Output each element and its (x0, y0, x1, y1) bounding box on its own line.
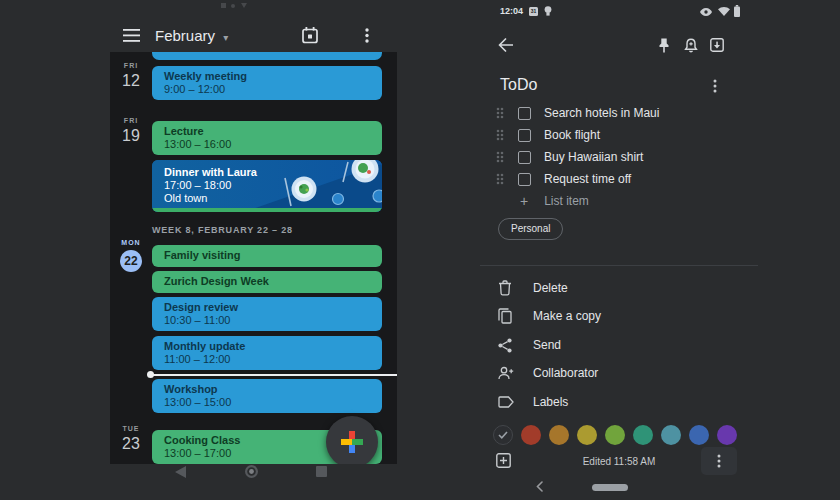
event-title: Dinner with Laura (164, 166, 257, 179)
gesture-back-chevron-icon[interactable] (536, 481, 543, 492)
status-clock: 12:04 (500, 6, 523, 16)
menu-item-make-a-copy[interactable]: Make a copy (496, 302, 601, 330)
event-design-review[interactable]: Design review 10:30 – 11:00 (152, 297, 382, 331)
nav-recents-icon[interactable] (316, 466, 327, 477)
menu-label: Delete (533, 281, 568, 295)
reminder-bell-icon[interactable] (684, 38, 698, 53)
list-item[interactable]: Book flight (496, 124, 600, 146)
archive-icon[interactable] (710, 38, 724, 52)
create-event-fab[interactable] (326, 416, 378, 464)
back-arrow-icon[interactable] (498, 38, 513, 52)
event-title: Monthly update (164, 340, 370, 353)
nav-back-icon[interactable] (175, 466, 186, 478)
more-vert-icon[interactable] (365, 28, 369, 43)
event-family-visiting[interactable]: Family visiting (152, 245, 382, 267)
event-weekly-meeting[interactable]: Weekly meeting 9:00 – 12:00 (152, 66, 382, 100)
nav-home-icon[interactable] (245, 465, 258, 478)
chevron-down-icon: ▾ (223, 32, 228, 43)
note-more-vert-icon[interactable] (713, 79, 717, 93)
drag-handle-icon[interactable] (496, 129, 504, 141)
color-palette (493, 425, 740, 445)
event-partial[interactable] (152, 52, 382, 60)
color-swatch-cyan[interactable] (661, 425, 681, 445)
footer-more-button[interactable] (701, 447, 737, 475)
event-title: Lecture (164, 125, 370, 138)
color-swatch-purple[interactable] (717, 425, 737, 445)
label-tag-icon (498, 396, 514, 408)
today-date-circle: 22 (120, 250, 142, 272)
list-item-text[interactable]: Search hotels in Maui (544, 106, 659, 120)
color-swatch-blue[interactable] (689, 425, 709, 445)
status-notification-icon (221, 3, 226, 8)
event-title: Zurich Design Week (164, 275, 370, 288)
list-item[interactable]: Search hotels in Maui (496, 102, 659, 124)
event-title: Workshop (164, 383, 370, 396)
color-swatch-yellow[interactable] (577, 425, 597, 445)
event-lecture[interactable]: Lecture 13:00 – 16:00 (152, 121, 382, 155)
drag-handle-icon[interactable] (496, 151, 504, 163)
checkbox[interactable] (518, 129, 531, 142)
menu-item-send[interactable]: Send (496, 331, 561, 359)
add-list-item[interactable]: + List item (520, 190, 589, 212)
checkbox[interactable] (518, 151, 531, 164)
color-swatch-orange[interactable] (549, 425, 569, 445)
event-workshop[interactable]: Workshop 13:00 – 15:00 (152, 379, 382, 413)
checkbox[interactable] (518, 173, 531, 186)
list-item[interactable]: Request time off (496, 168, 631, 190)
share-icon (498, 338, 512, 353)
add-list-item-label: List item (544, 194, 589, 208)
now-indicator-line (150, 374, 397, 376)
menu-item-collaborator[interactable]: Collaborator (496, 359, 598, 387)
list-item-text[interactable]: Book flight (544, 128, 600, 142)
status-signal-icon (241, 3, 247, 8)
list-item[interactable]: Buy Hawaiian shirt (496, 146, 643, 168)
wifi-icon (718, 7, 730, 16)
label-chip-personal[interactable]: Personal (498, 218, 563, 240)
menu-item-delete[interactable]: Delete (496, 274, 568, 302)
screenshot-root: February ▾ FRI 12 Weekly meeting 9:00 – … (0, 0, 840, 500)
checkbox[interactable] (518, 107, 531, 120)
month-selector[interactable]: February ▾ (155, 27, 228, 44)
person-add-icon (498, 366, 514, 380)
menu-label: Send (533, 338, 561, 352)
color-swatch-default-selected[interactable] (493, 425, 513, 445)
color-swatch-green[interactable] (605, 425, 625, 445)
more-vert-icon (717, 454, 721, 468)
day-label-fri-19: FRI 19 (110, 117, 152, 145)
calendar-today-icon[interactable] (302, 27, 318, 44)
menu-label: Make a copy (533, 309, 601, 323)
event-time: 11:00 – 12:00 (164, 353, 370, 366)
month-label: February (155, 27, 215, 44)
drag-handle-icon[interactable] (496, 107, 504, 119)
day-label-mon-22: MON 22 (110, 239, 152, 272)
trash-icon (498, 280, 512, 296)
event-title: Design review (164, 301, 370, 314)
event-time: 10:30 – 11:00 (164, 314, 370, 327)
calendar-notification-icon: 31 (529, 7, 538, 16)
calendar-schedule-panel: FRI 12 Weekly meeting 9:00 – 12:00 FRI 1… (110, 52, 397, 464)
menu-item-labels[interactable]: Labels (496, 388, 568, 416)
pin-icon[interactable] (658, 38, 670, 53)
event-title: Weekly meeting (164, 70, 370, 83)
event-monthly-update[interactable]: Monthly update 11:00 – 12:00 (152, 336, 382, 370)
list-item-text[interactable]: Buy Hawaiian shirt (544, 150, 643, 164)
drag-handle-icon[interactable] (496, 173, 504, 185)
day-label-tue-23: TUE 23 (110, 425, 152, 453)
check-icon (498, 431, 508, 439)
event-time: 13:00 – 16:00 (164, 138, 370, 151)
google-plus-icon (340, 430, 364, 454)
list-item-text[interactable]: Request time off (544, 172, 631, 186)
event-location: Old town (164, 192, 257, 205)
color-swatch-red[interactable] (521, 425, 541, 445)
color-swatch-teal[interactable] (633, 425, 653, 445)
event-zurich-design-week[interactable]: Zurich Design Week (152, 271, 382, 293)
copy-icon (498, 308, 512, 324)
menu-label: Collaborator (533, 366, 598, 380)
event-dinner-with-laura[interactable]: Dinner with Laura 17:00 – 18:00 Old town (152, 160, 382, 212)
keep-bulb-notification-icon (544, 6, 552, 17)
event-time: 9:00 – 12:00 (164, 83, 370, 96)
eye-status-icon (700, 8, 712, 16)
hamburger-menu-icon[interactable] (123, 29, 140, 42)
home-indicator-pill[interactable] (592, 484, 628, 491)
note-title[interactable]: ToDo (500, 76, 537, 94)
